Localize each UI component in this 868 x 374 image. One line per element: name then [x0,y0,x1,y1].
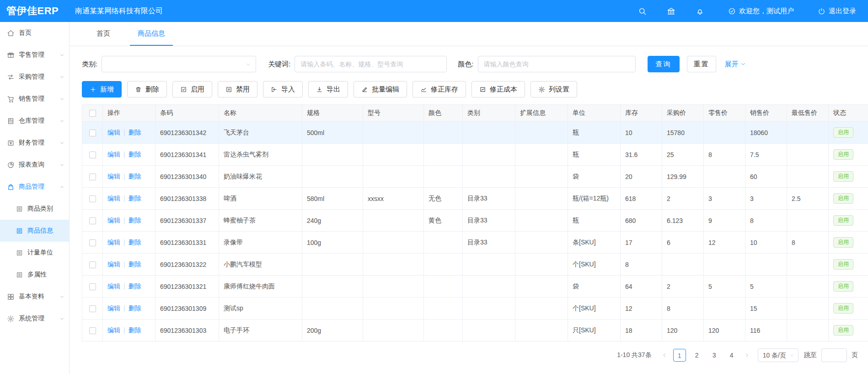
tab-商品信息[interactable]: 商品信息 [130,22,173,46]
sidebar-item-仓库管理[interactable]: 仓库管理 [0,110,69,132]
logout-button[interactable]: 退出登录 [818,7,856,16]
delete-link[interactable]: 删除 [129,195,141,202]
sidebar-item-label: 财务管理 [19,139,44,147]
delete-link[interactable]: 删除 [129,326,141,334]
toolbar-button-修正库存[interactable]: 修正库存 [413,81,466,98]
page-button-2[interactable]: 2 [691,349,703,362]
header-actions: 欢迎您，测试用户 退出登录 [618,7,868,16]
edit-link[interactable]: 编辑 [107,129,120,136]
page-button-3[interactable]: 3 [708,349,721,362]
bank-icon[interactable] [667,7,675,16]
edit-link[interactable]: 编辑 [107,238,120,246]
row-checkbox[interactable] [89,195,96,202]
cell-model: xxsxx [363,188,424,210]
delete-link[interactable]: 删除 [129,282,141,290]
sidebar-item-商品管理[interactable]: 商品管理 [0,176,69,198]
toolbar-button-启用[interactable]: 启用 [172,81,212,98]
cell-category [463,122,515,144]
power-icon [818,7,825,15]
reset-button[interactable]: 重置 [687,56,716,72]
next-page-button[interactable] [740,349,753,362]
row-checkbox[interactable] [89,305,96,312]
edit-link[interactable]: 编辑 [107,260,120,268]
toolbar-button-删除[interactable]: 删除 [127,81,167,98]
color-input[interactable] [478,56,636,72]
edit-link[interactable]: 编辑 [107,195,120,202]
delete-link[interactable]: 删除 [129,304,141,312]
delete-link[interactable]: 删除 [129,129,141,136]
pagination-total: 1-10 共37条 [617,351,651,359]
jump-page-input[interactable] [821,348,847,362]
logout-text: 退出登录 [829,7,856,16]
toolbar-button-修正成本[interactable]: 修正成本 [472,81,525,98]
row-checkbox[interactable] [89,152,96,158]
sidebar-item-系统管理[interactable]: 系统管理 [0,308,69,330]
row-checkbox[interactable] [89,130,96,136]
sidebar-item-计量单位[interactable]: 计量单位 [0,242,69,264]
column-header-颜色: 颜色 [424,105,463,122]
search-button[interactable]: 查询 [648,56,680,72]
search-icon[interactable] [638,7,647,16]
user-welcome[interactable]: 欢迎您，测试用户 [728,7,794,16]
sidebar-item-商品信息[interactable]: 商品信息 [0,220,69,242]
keyword-input[interactable] [295,56,447,72]
sidebar-item-基本资料[interactable]: 基本资料 [0,286,69,308]
table-row: 编辑|删除6901236301341雷达杀虫气雾剂瓶31.62587.5启用 [82,144,868,166]
delete-link[interactable]: 删除 [129,173,141,180]
toolbar-button-导出[interactable]: 导出 [308,81,348,98]
cell-purchase-price: 2 [662,188,704,210]
cell-unit: 个[SKU] [568,298,621,320]
sidebar-item-首页[interactable]: 首页 [0,22,69,44]
cell-name: 奶油味爆米花 [219,166,302,188]
sidebar-item-多属性[interactable]: 多属性 [0,264,69,286]
toolbar-button-label: 列设置 [549,85,569,94]
toolbar-button-新增[interactable]: 新增 [82,81,122,98]
page-button-1[interactable]: 1 [673,349,686,362]
page-button-4[interactable]: 4 [725,349,738,362]
sidebar-item-财务管理[interactable]: 财务管理 [0,132,69,154]
delete-link[interactable]: 删除 [129,217,141,224]
sidebar-item-报表查询[interactable]: 报表查询 [0,154,69,176]
edit-link[interactable]: 编辑 [107,326,120,334]
sidebar-item-采购管理[interactable]: 采购管理 [0,66,69,88]
x-square-icon [225,86,232,93]
row-checkbox[interactable] [89,327,96,334]
action-separator: | [123,238,125,246]
table-header: 操作条码名称规格型号颜色类别扩展信息单位库存采购价零售价销售价最低售价状态 [82,105,868,122]
row-checkbox[interactable] [89,261,96,268]
edit-link[interactable]: 编辑 [107,217,120,224]
chevron-down-icon [246,62,251,67]
sidebar-item-商品类别[interactable]: 商品类别 [0,198,69,220]
page-size-select[interactable]: 10 条/页 [758,348,798,362]
toolbar-button-列设置[interactable]: 列设置 [530,81,577,98]
category-select[interactable] [102,56,256,72]
delete-link[interactable]: 删除 [129,238,141,246]
sidebar-item-销售管理[interactable]: 销售管理 [0,88,69,110]
chevron-down-icon [59,163,64,168]
edit-link[interactable]: 编辑 [107,304,120,312]
toolbar-button-label: 修正库存 [431,85,458,94]
toolbar-button-批量编辑[interactable]: 批量编辑 [354,81,407,98]
row-checkbox[interactable] [89,283,96,290]
main-content: 首页商品信息 类别: 关键词: 颜色: 查询 重置 展开 新增删除启用禁用导入导… [70,22,868,374]
edit-link[interactable]: 编辑 [107,151,120,158]
select-all-checkbox[interactable] [89,110,96,117]
delete-link[interactable]: 删除 [129,151,141,158]
expand-link[interactable]: 展开 [725,60,746,69]
cell-name: 啤酒 [219,188,302,210]
cell-color [424,166,463,188]
row-checkbox[interactable] [89,217,96,224]
edit-link[interactable]: 编辑 [107,173,120,180]
tab-首页[interactable]: 首页 [89,22,118,46]
delete-link[interactable]: 删除 [129,260,141,268]
prev-page-button[interactable] [658,349,671,362]
edit-link[interactable]: 编辑 [107,282,120,290]
cell-retail-price: 5 [704,276,745,298]
cell-ext [515,254,568,276]
row-checkbox[interactable] [89,239,96,246]
toolbar-button-导入[interactable]: 导入 [263,81,303,98]
bell-icon[interactable] [696,7,704,16]
sidebar-item-零售管理[interactable]: 零售管理 [0,44,69,66]
toolbar-button-禁用[interactable]: 禁用 [218,81,257,98]
row-checkbox[interactable] [89,173,96,180]
